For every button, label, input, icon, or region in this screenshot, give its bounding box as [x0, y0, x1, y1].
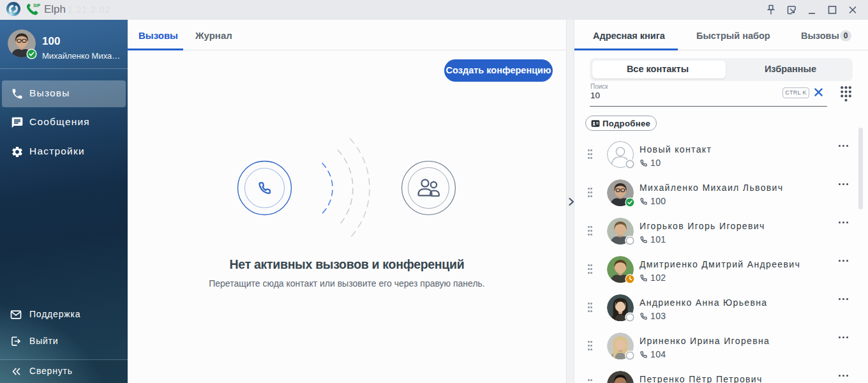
svg-text:SIP: SIP	[33, 3, 40, 8]
